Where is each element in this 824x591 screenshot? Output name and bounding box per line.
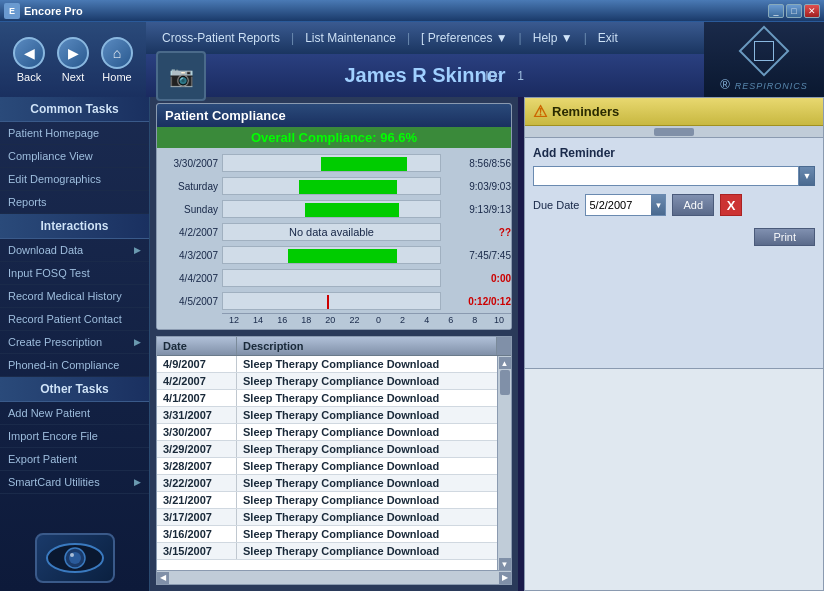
due-date-input[interactable] (586, 195, 651, 215)
title-bar-left: E Encore Pro (4, 3, 83, 19)
sidebar-item-import-encore[interactable]: Import Encore File (0, 425, 149, 448)
scroll-up-arrow[interactable]: ▲ (499, 357, 511, 369)
menu-sep-3: | (519, 31, 522, 45)
patient-name-bar: 📷 James R Skinner ID: 1 (146, 54, 704, 97)
table-row: 3/30/2007 Sleep Therapy Compliance Downl… (157, 424, 497, 441)
chart-bar-area-3 (222, 200, 441, 218)
table-row: 3/16/2007 Sleep Therapy Compliance Downl… (157, 526, 497, 543)
logo-shape (739, 25, 790, 76)
chart-time-6: 0:00 (441, 273, 511, 284)
sidebar-item-compliance-view[interactable]: Compliance View (0, 145, 149, 168)
sidebar-item-record-contact[interactable]: Record Patient Contact (0, 308, 149, 331)
menu-preferences[interactable]: [ Preferences ▼ (415, 29, 514, 47)
chart-row-7: 4/5/2007 0:12/0:12 (157, 290, 511, 312)
compliance-header: Patient Compliance (157, 104, 511, 127)
table-row: 4/1/2007 Sleep Therapy Compliance Downlo… (157, 390, 497, 407)
sidebar-item-download-data[interactable]: Download Data ▶ (0, 239, 149, 262)
chart-bar-area-5 (222, 246, 441, 264)
add-reminder-label: Add Reminder (533, 146, 815, 160)
table-scrollbar[interactable]: ▲ ▼ (497, 356, 511, 570)
menu-help[interactable]: Help ▼ (527, 29, 579, 47)
menu-list-maintenance[interactable]: List Maintenance (299, 29, 402, 47)
table-cell-desc: Sleep Therapy Compliance Download (237, 526, 497, 542)
respironics-logo: ® RESPIRONICS (704, 22, 824, 97)
axis-2: 2 (391, 315, 415, 325)
sidebar-item-phoned-in[interactable]: Phoned-in Compliance (0, 354, 149, 377)
top-menu-bar: Cross-Patient Reports | List Maintenance… (146, 22, 704, 97)
close-button[interactable]: ✕ (804, 4, 820, 18)
common-tasks-header: Common Tasks (0, 97, 149, 122)
date-dropdown-arrow[interactable]: ▼ (651, 195, 665, 215)
next-button[interactable]: ▶ Next (52, 37, 94, 83)
chart-bar-area-6 (222, 269, 441, 287)
export-patient-label: Export Patient (8, 453, 77, 465)
table-scroll[interactable]: 4/9/2007 Sleep Therapy Compliance Downlo… (157, 356, 497, 570)
axis-10: 10 (487, 315, 511, 325)
data-table: Date Description 4/9/2007 Sleep Therapy … (156, 336, 512, 585)
chart-row-3: Sunday 9:13/9:13 (157, 198, 511, 220)
home-button[interactable]: ⌂ Home (96, 37, 138, 83)
home-label: Home (102, 71, 131, 83)
compliance-body: 3/30/2007 8:56/8:56 Saturday (157, 148, 511, 329)
print-button[interactable]: Print (754, 228, 815, 246)
maximize-button[interactable]: □ (786, 4, 802, 18)
sidebar-item-edit-demographics[interactable]: Edit Demographics (0, 168, 149, 191)
sidebar-item-add-patient[interactable]: Add New Patient (0, 402, 149, 425)
top-nav: ◀ Back ▶ Next ⌂ Home Cross-Patient Repor… (0, 22, 824, 97)
table-cell-date: 3/29/2007 (157, 441, 237, 457)
chart-date-5: 4/3/2007 (157, 250, 222, 261)
body-area: Common Tasks Patient Homepage Compliance… (0, 97, 824, 591)
nav-buttons: ◀ Back ▶ Next ⌂ Home (0, 22, 146, 97)
sidebar-item-smartcard[interactable]: SmartCard Utilities ▶ (0, 471, 149, 494)
table-cell-date: 4/1/2007 (157, 390, 237, 406)
sidebar-item-input-fosq[interactable]: Input FOSQ Test (0, 262, 149, 285)
table-row: 3/21/2007 Sleep Therapy Compliance Downl… (157, 492, 497, 509)
menu-sep-2: | (407, 31, 410, 45)
scroll-down-arrow[interactable]: ▼ (499, 558, 511, 570)
patient-name: James R Skinner (344, 64, 505, 87)
chart-row-4: 4/2/2007 No data available ?? (157, 221, 511, 243)
minimize-button[interactable]: _ (768, 4, 784, 18)
sidebar-item-export-patient[interactable]: Export Patient (0, 448, 149, 471)
hscroll-left[interactable]: ◀ (157, 572, 169, 584)
menu-exit[interactable]: Exit (592, 29, 624, 47)
chart-bar-7 (327, 295, 329, 309)
chart-date-3: Sunday (157, 204, 222, 215)
due-date-row: Due Date ▼ Add X (533, 194, 815, 216)
patient-homepage-label: Patient Homepage (8, 127, 99, 139)
date-input-container: ▼ (585, 194, 666, 216)
sidebar-item-create-prescription[interactable]: Create Prescription ▶ (0, 331, 149, 354)
warning-icon: ⚠ (533, 102, 547, 121)
app-title: Encore Pro (24, 5, 83, 17)
chart-row-1: 3/30/2007 8:56/8:56 (157, 152, 511, 174)
sidebar-item-reports[interactable]: Reports (0, 191, 149, 214)
sidebar-item-patient-homepage[interactable]: Patient Homepage (0, 122, 149, 145)
table-cell-desc: Sleep Therapy Compliance Download (237, 424, 497, 440)
table-cell-desc: Sleep Therapy Compliance Download (237, 492, 497, 508)
table-row: 4/2/2007 Sleep Therapy Compliance Downlo… (157, 373, 497, 390)
chart-bar-5b (342, 249, 381, 263)
table-cell-desc: Sleep Therapy Compliance Download (237, 475, 497, 491)
due-date-label: Due Date (533, 199, 579, 211)
brand-name: RESPIRONICS (735, 81, 808, 91)
axis-18: 18 (294, 315, 318, 325)
reminder-dropdown-arrow[interactable]: ▼ (799, 166, 815, 186)
close-reminder-button[interactable]: X (720, 194, 742, 216)
chart-date-7: 4/5/2007 (157, 296, 222, 307)
reminder-text-input[interactable] (533, 166, 799, 186)
compliance-view-label: Compliance View (8, 150, 93, 162)
table-hscrollbar[interactable]: ◀ ▶ (157, 570, 511, 584)
menu-cross-patient[interactable]: Cross-Patient Reports (156, 29, 286, 47)
table-row: 3/31/2007 Sleep Therapy Compliance Downl… (157, 407, 497, 424)
reminders-header: ⚠ Reminders (525, 98, 823, 126)
next-label: Next (62, 71, 85, 83)
add-reminder-button[interactable]: Add (672, 194, 714, 216)
sidebar-item-record-medical[interactable]: Record Medical History (0, 285, 149, 308)
table-cell-desc: Sleep Therapy Compliance Download (237, 407, 497, 423)
sidebar: Common Tasks Patient Homepage Compliance… (0, 97, 150, 591)
reports-label: Reports (8, 196, 47, 208)
table-cell-desc: Sleep Therapy Compliance Download (237, 458, 497, 474)
back-button[interactable]: ◀ Back (8, 37, 50, 83)
logo-inner (754, 41, 774, 61)
hscroll-right[interactable]: ▶ (499, 572, 511, 584)
